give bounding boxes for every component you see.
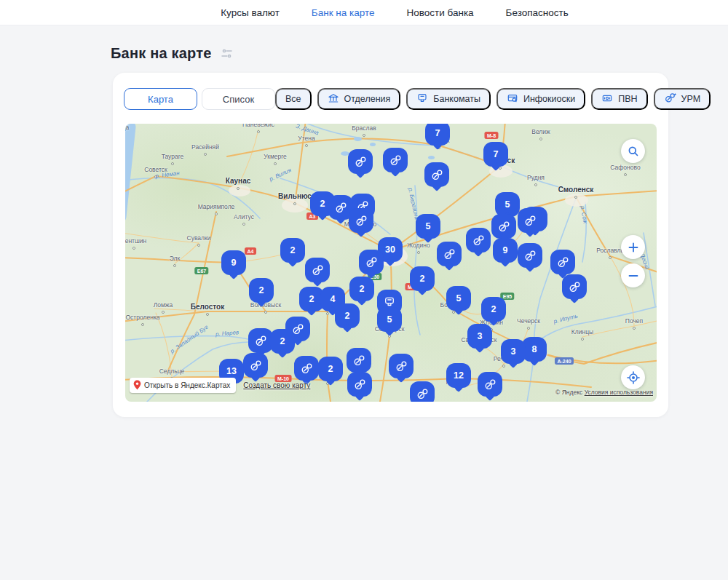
map-cluster-marker[interactable]: 7	[483, 142, 508, 167]
map-town-dot	[141, 323, 144, 326]
nav-item-bank-news[interactable]: Новости банка	[407, 7, 474, 18]
map-town-dot	[527, 327, 530, 330]
bank-icon	[328, 92, 339, 106]
map-urm-marker[interactable]	[491, 214, 516, 239]
map-town-label: Расейняй	[191, 143, 219, 151]
map-town-dot	[274, 162, 277, 165]
map-town-label: Смоленск	[558, 186, 594, 194]
map-town-label: Чечерск	[517, 317, 540, 325]
map-cluster-marker[interactable]: 2	[410, 266, 435, 291]
map-cluster-marker[interactable]: 2	[270, 329, 295, 354]
map-cluster-marker[interactable]: 3	[467, 324, 492, 349]
map-town-label: Алитус	[234, 213, 254, 221]
map-cluster-marker[interactable]: 5	[377, 307, 402, 332]
map-urm-marker[interactable]	[294, 356, 319, 381]
map-town-label: Советск	[144, 166, 167, 173]
map-cluster-marker[interactable]: 5	[416, 214, 440, 239]
card-search-icon	[507, 92, 518, 106]
map-search-button[interactable]	[621, 139, 645, 163]
map-town-dot	[171, 162, 174, 165]
map-urm-marker[interactable]	[248, 328, 273, 353]
map-town-label: Браслав	[352, 124, 376, 132]
map-town-label: Седльце	[159, 368, 185, 375]
map-cluster-marker[interactable]: 2	[249, 278, 274, 303]
map-cluster-marker[interactable]: 8	[522, 337, 547, 362]
map-town-dot	[633, 327, 636, 330]
filter-branches-button[interactable]: Отделения	[317, 88, 401, 110]
filter-atms-button[interactable]: Банкоматы	[406, 88, 491, 110]
open-in-yandex-maps-link[interactable]: Открыть в Яндекс.Картах	[130, 378, 236, 393]
top-navigation: Курсы валют Банк на карте Новости банка …	[0, 0, 728, 25]
map-town-label: Укмерге	[264, 153, 287, 160]
map-town-dot	[132, 247, 135, 250]
map-urm-marker[interactable]	[410, 381, 435, 402]
zoom-in-button[interactable]	[621, 235, 645, 259]
map-cluster-marker[interactable]: 2	[335, 303, 360, 328]
map-urm-marker[interactable]	[383, 148, 408, 172]
bank-map-card: Карта Список Все Отделения Банкоматы Инф…	[113, 73, 668, 417]
map-town-dot	[257, 130, 260, 133]
map-cluster-marker[interactable]: 7	[425, 124, 450, 146]
map-town-dot	[237, 187, 240, 190]
map-cluster-marker[interactable]: 5	[446, 286, 471, 311]
map-urm-marker[interactable]	[562, 274, 587, 299]
map-town-label: Ломжа	[154, 301, 173, 309]
filter-kiosks-button[interactable]: Инфокиоски	[496, 88, 585, 110]
map-urm-marker[interactable]	[347, 372, 372, 397]
map-urm-marker[interactable]	[305, 258, 330, 282]
map-cluster-marker[interactable]: 2	[349, 277, 374, 301]
filter-pvn-button[interactable]: ПВН	[591, 88, 647, 110]
map-view-button[interactable]: Карта	[124, 88, 197, 110]
map-town-label: Кентшин	[125, 237, 146, 245]
map-urm-marker[interactable]	[466, 228, 491, 253]
zoom-out-button[interactable]	[621, 263, 645, 287]
filter-all-button[interactable]: Все	[275, 88, 312, 110]
nav-item-security[interactable]: Безопасность	[506, 7, 569, 18]
list-view-button[interactable]: Список	[202, 88, 275, 110]
map-urm-marker[interactable]	[424, 162, 449, 187]
map-cluster-marker[interactable]: 5	[495, 192, 520, 217]
map-cluster-marker[interactable]: 9	[493, 238, 518, 263]
map-town-label: Сафоново	[610, 164, 640, 171]
city-area-vilnius	[282, 198, 308, 212]
map-urm-marker[interactable]	[348, 149, 373, 174]
map-town-label: Мариямполе	[198, 203, 235, 210]
terms-of-use-link[interactable]: Условия использования	[585, 389, 653, 396]
map-cluster-marker[interactable]: 2	[318, 357, 343, 381]
map-cluster-marker[interactable]: 3	[501, 339, 526, 364]
map-urm-marker[interactable]	[349, 208, 373, 233]
nav-item-currency-rates[interactable]: Курсы валют	[221, 7, 280, 18]
map-cluster-marker[interactable]: 2	[481, 297, 506, 322]
road-badge: Е67	[194, 267, 208, 274]
map-cluster-marker[interactable]: 9	[221, 250, 246, 275]
filter-settings-icon[interactable]	[221, 47, 233, 60]
map-town-dot	[264, 311, 267, 314]
map-urm-marker[interactable]	[518, 208, 542, 233]
banknote-icon	[601, 92, 613, 106]
city-area-kaunas	[229, 185, 250, 196]
map-urm-marker[interactable]	[347, 348, 371, 373]
map-urm-marker[interactable]	[550, 250, 575, 274]
map-urm-marker[interactable]	[437, 242, 462, 266]
map-town-label: Жодино	[407, 242, 430, 249]
map-urm-marker[interactable]	[478, 372, 502, 397]
map-urm-marker[interactable]	[518, 243, 542, 268]
map-town-label: Клайпеда	[125, 124, 129, 131]
map-town-dot	[539, 138, 542, 140]
map-town-dot	[609, 256, 612, 259]
geolocation-button[interactable]	[621, 365, 645, 389]
map-urm-marker[interactable]	[359, 250, 384, 274]
map-copyright: © Яндекс Условия использования	[555, 389, 653, 396]
road-badge: А-240	[555, 357, 574, 365]
yandex-map[interactable]: КлайпедаПаневежисУтенаРасейняйТаурагеУкм…	[125, 124, 657, 402]
map-cluster-marker[interactable]: 2	[280, 238, 305, 263]
map-urm-marker[interactable]	[389, 354, 414, 378]
create-own-map-link[interactable]: Создать свою карту	[243, 381, 310, 389]
map-town-dot	[215, 212, 218, 215]
map-urm-marker[interactable]	[243, 353, 268, 378]
map-cluster-marker[interactable]: 12	[446, 363, 471, 388]
map-town-dot	[204, 153, 207, 156]
filter-urm-button[interactable]: УРМ	[654, 88, 711, 110]
yandex-pin-icon	[133, 380, 141, 392]
nav-item-bank-on-map[interactable]: Банк на карте	[312, 7, 375, 18]
